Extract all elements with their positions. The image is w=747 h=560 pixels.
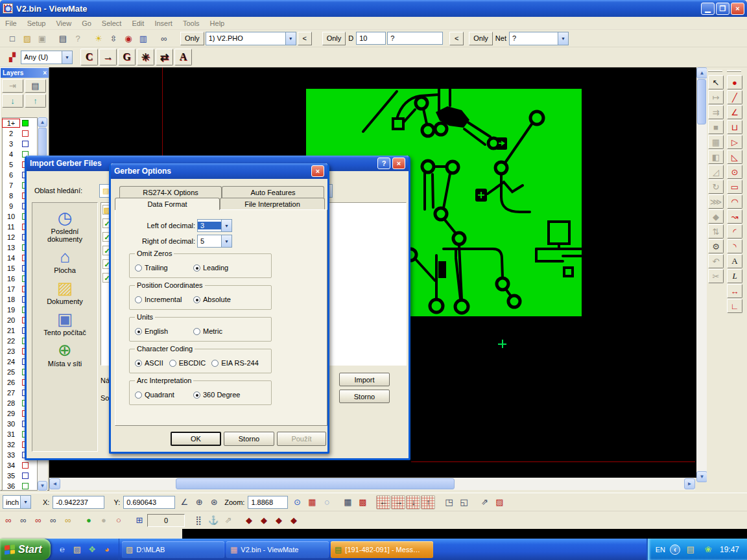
annotate-tool-icon[interactable]: A [174, 49, 192, 65]
draw-arc-cw-icon[interactable]: ◝ [727, 239, 742, 253]
pan-right-icon[interactable]: → [391, 495, 405, 509]
view-outlines-icon[interactable]: ∞ [46, 513, 60, 528]
draw-label-icon[interactable]: L [727, 269, 742, 283]
prev-layer-button[interactable]: < [298, 32, 312, 45]
internet-explorer-icon[interactable]: ℮ [57, 544, 67, 555]
hide-tray-icon[interactable]: ‹ [670, 544, 680, 555]
task-explorer-mlab[interactable]: ▨D:\MLAB [122, 541, 224, 558]
flash-pad2-icon[interactable]: ◆ [257, 513, 271, 528]
layer-row[interactable]: 34 [3, 460, 37, 471]
layer-colors-icon[interactable]: ▥ [136, 31, 150, 45]
transform-icon[interactable]: ⇗ [221, 513, 235, 528]
zoom-select-icon[interactable]: ◌ [320, 495, 334, 509]
gerber-dialog-titlebar[interactable]: Gerber Options × [111, 163, 327, 179]
gerber-tool-icon[interactable]: G [118, 49, 136, 65]
new-file-icon[interactable]: □ [5, 31, 19, 45]
scroll-down-icon[interactable]: ▼ [696, 471, 707, 482]
firefox-icon[interactable]: ◕ [102, 544, 112, 555]
layer-row[interactable]: 35 [3, 471, 37, 481]
item-filter-combo[interactable]: Any (U) ▼ [21, 51, 73, 64]
radio-button[interactable] [193, 296, 200, 303]
tab-file-interpretation[interactable]: File Interpretation [220, 198, 325, 210]
layer-color-swatch[interactable] [22, 141, 29, 147]
place-my-computer[interactable]: ▣Tento počítač [34, 309, 96, 336]
zoom-in-icon[interactable]: ⊙ [290, 495, 304, 509]
radio-button[interactable] [135, 391, 142, 399]
draw-rect-icon[interactable]: ▭ [727, 180, 742, 194]
view-traces-icon[interactable]: ∞ [16, 513, 30, 528]
only-net-button[interactable]: Only [469, 32, 493, 45]
pan-left-icon[interactable]: ← [376, 495, 390, 509]
vertical-scrollbar[interactable]: ▲ ▼ [696, 67, 707, 482]
highlight-off-icon[interactable]: ● [97, 513, 111, 528]
draw-arc-ccw-icon[interactable]: ◜ [727, 224, 742, 239]
radio-incremental[interactable]: Incremental [135, 296, 193, 303]
draw-circle-icon[interactable]: ⊙ [727, 165, 742, 179]
close-button[interactable]: × [731, 3, 744, 15]
highlight-on-icon[interactable]: ● [82, 513, 96, 528]
tab-rs274-x-options[interactable]: RS274-X Options [119, 186, 222, 198]
select-area-icon[interactable]: ▨ [492, 495, 506, 509]
scroll-down-icon[interactable]: ▼ [38, 481, 47, 491]
layer-row[interactable]: 3 [3, 139, 37, 149]
radio-ebcdic[interactable]: EBCDIC [169, 359, 206, 367]
chevron-down-icon[interactable]: ▼ [20, 496, 30, 508]
birdseye-icon[interactable]: ▦ [340, 495, 355, 509]
radio-button[interactable] [135, 296, 142, 303]
open-file-icon[interactable]: ▨ [20, 31, 34, 45]
dcode-query-input[interactable]: ? [387, 32, 443, 45]
import-button[interactable]: Import [339, 373, 390, 386]
close-icon[interactable]: × [392, 158, 405, 169]
stretch-view-icon[interactable]: ⇗ [477, 495, 492, 509]
select-pattern-icon[interactable]: ▞ [5, 50, 19, 64]
draw-arrow-icon[interactable]: ▷ [727, 135, 742, 149]
title-bar[interactable]: V2.bin - ViewMate ▁ ❐ × [0, 0, 747, 17]
radio-button[interactable] [193, 328, 200, 335]
draw-curve-icon[interactable]: ↝ [727, 209, 742, 224]
measure-tool-icon[interactable]: ⇳ [106, 31, 121, 45]
print-icon[interactable]: ▤ [56, 31, 70, 45]
quad-view-icon[interactable]: ⊞ [132, 513, 147, 528]
palette-grip[interactable] [727, 70, 741, 72]
anchor-icon[interactable]: ⚓ [206, 513, 220, 528]
redraw-grid-icon[interactable]: ▩ [355, 495, 370, 509]
storno-button[interactable]: Storno [339, 390, 390, 403]
dcode-input[interactable]: 10 [356, 32, 386, 45]
flash-pad3-icon[interactable]: ◆ [272, 513, 286, 528]
vertical-scroll-thumb[interactable] [697, 79, 706, 124]
layer-down-icon[interactable]: ↓ [2, 94, 23, 108]
place-network-places[interactable]: ⊕Místa v síti [34, 340, 96, 368]
ok-button[interactable]: OK [171, 432, 221, 446]
radio-absolute[interactable]: Absolute [193, 296, 252, 303]
radio-english[interactable]: English [135, 327, 193, 335]
menu-go[interactable]: Go [77, 18, 97, 29]
layer-row[interactable]: 1+ [3, 118, 37, 128]
layers-panel-titlebar[interactable]: Layers × [1, 68, 49, 78]
horizontal-scrollbar[interactable]: ◄ ► [49, 478, 695, 490]
draw-line-icon[interactable]: ╱ [727, 90, 742, 104]
menu-file[interactable]: File [0, 18, 22, 29]
palette-grip[interactable] [708, 70, 722, 72]
tray-mail-icon[interactable]: ▤ [683, 542, 698, 557]
draw-hook-icon[interactable]: ∟ [727, 299, 742, 313]
swap-tool-icon[interactable]: ⇄ [156, 49, 173, 65]
chevron-down-icon[interactable]: ▼ [221, 235, 231, 247]
chevron-down-icon[interactable]: ▼ [62, 51, 72, 64]
tray-icq-icon[interactable]: ❀ [701, 542, 715, 557]
place-documents[interactable]: ▨Dokumenty [34, 278, 96, 305]
menu-tools[interactable]: Tools [178, 18, 205, 29]
menu-help[interactable]: Help [205, 18, 230, 29]
scroll-left-icon[interactable]: ◄ [49, 478, 60, 489]
view-polygons-icon[interactable]: ∞ [31, 513, 45, 528]
snap-origin-icon[interactable]: ⊛ [207, 495, 221, 509]
layer-color-swatch[interactable] [22, 120, 29, 126]
close-icon[interactable]: × [311, 165, 324, 177]
highlight-net-icon[interactable]: ○ [112, 513, 126, 528]
scroll-up-icon[interactable]: ▲ [38, 117, 47, 127]
radio-metric[interactable]: Metric [193, 327, 252, 335]
radio-button[interactable] [135, 328, 142, 335]
view-pads-icon[interactable]: ∞ [1, 513, 16, 528]
folder-shortcut-icon[interactable]: ▨ [72, 544, 82, 555]
select-cursor-icon[interactable]: ↖ [708, 75, 724, 89]
tab-data-format[interactable]: Data Format [115, 198, 220, 210]
